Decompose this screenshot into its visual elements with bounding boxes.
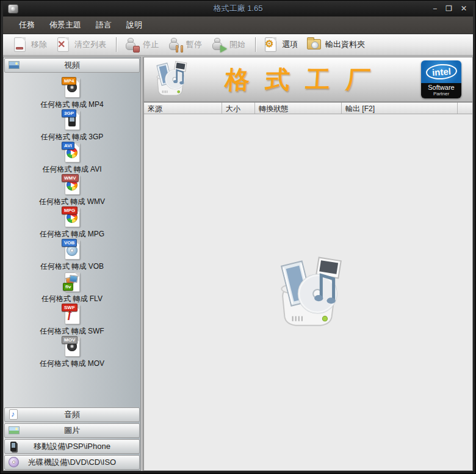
stop-icon [124, 37, 140, 53]
3gp-file-icon: 3GP [62, 109, 82, 131]
menu-help[interactable]: 說明 [120, 17, 148, 33]
task-list-area[interactable] [144, 114, 472, 470]
category-audio[interactable]: 音頻 [4, 407, 140, 422]
content-area: 視頻 MP4 任何格式 轉成 MP4 3GP 任何格式 轉成 3GP [3, 56, 473, 471]
flv-file-icon: flv [62, 271, 82, 293]
menu-language[interactable]: 語言 [90, 17, 118, 33]
format-item-3gp[interactable]: 3GP 任何格式 轉成 3GP [4, 109, 140, 142]
output-folder-icon [306, 37, 322, 53]
menu-bar: 任務 佈景主題 語言 說明 [3, 16, 473, 34]
toolbar-separator [255, 37, 256, 52]
clear-list-icon: ✕ [56, 37, 71, 53]
options-icon: ⚙ [263, 37, 279, 53]
window-title: 格式工廠 1.65 [3, 3, 473, 14]
category-optical-disc[interactable]: 光碟機設備\DVD\CD\ISO [4, 455, 140, 470]
format-item-mp4[interactable]: MP4 任何格式 轉成 MP4 [4, 77, 140, 109]
swf-file-icon: f SWF [62, 304, 82, 326]
task-table-header: 來源 大小 轉換狀態 輸出 [F2] [144, 103, 472, 114]
format-factory-logo [150, 59, 190, 100]
format-item-swf[interactable]: f SWF 任何格式 轉成 SWF [4, 304, 140, 336]
pause-icon [167, 37, 183, 53]
banner-title: 格式工厂 [189, 63, 422, 97]
mp4-file-icon: MP4 [62, 77, 82, 99]
column-convert-state[interactable]: 轉換狀態 [255, 103, 342, 114]
start-icon [211, 37, 226, 53]
category-mobile-device[interactable]: 移動設備\PSP\iPhone [4, 439, 140, 454]
format-item-flv[interactable]: flv 任何格式 轉成 FLV [4, 271, 140, 304]
toolbar-separator [116, 37, 117, 52]
main-panel: 格式工厂 intel Software Partner 來源 大小 轉換狀態 輸… [143, 57, 473, 471]
stop-button[interactable]: 停止 [121, 35, 164, 54]
remove-button[interactable]: 移除 [9, 35, 52, 54]
title-bar: 格式工廠 1.65 – ❒ ✕ [3, 1, 473, 16]
mov-file-icon: MOV [62, 336, 82, 358]
maximize-button[interactable]: ❒ [445, 4, 452, 13]
toolbar: 移除 ✕ 清空列表 停止 暫停 開始 ⚙ 選項 [3, 34, 473, 56]
format-item-avi[interactable]: AVI 任何格式 轉成 AVI [4, 142, 140, 174]
options-button[interactable]: ⚙ 選項 [260, 35, 303, 54]
mpg-file-icon: MPG [62, 206, 82, 228]
menu-skins[interactable]: 佈景主題 [43, 17, 87, 33]
clear-list-button[interactable]: ✕ 清空列表 [52, 35, 112, 54]
intel-software-partner-badge: intel Software Partner [421, 60, 461, 98]
sidebar: 視頻 MP4 任何格式 轉成 MP4 3GP 任何格式 轉成 3GP [3, 57, 141, 471]
menu-tasks[interactable]: 任務 [13, 17, 41, 33]
format-item-mpg[interactable]: MPG 任何格式 轉成 MPG [4, 206, 140, 239]
wmv-file-icon: WMV [62, 174, 82, 196]
avi-file-icon: AVI [62, 142, 82, 164]
category-picture[interactable]: 圖片 [4, 423, 140, 438]
remove-icon [12, 37, 28, 53]
column-output[interactable]: 輸出 [F2] [342, 103, 458, 114]
banner: 格式工厂 intel Software Partner [144, 57, 472, 103]
watermark-logo [268, 254, 348, 331]
format-item-mov[interactable]: MOV 任何格式 轉成 MOV [4, 336, 140, 368]
category-video[interactable]: 視頻 [4, 58, 140, 73]
format-item-wmv[interactable]: WMV 任何格式 轉成 WMV [4, 174, 140, 206]
vob-file-icon: VOB [62, 239, 82, 261]
video-format-list: MP4 任何格式 轉成 MP4 3GP 任何格式 轉成 3GP AVI 任何格式… [4, 73, 140, 407]
column-size[interactable]: 大小 [222, 103, 255, 114]
minimize-button[interactable]: – [433, 4, 437, 13]
output-folder-button[interactable]: 輸出資料夾 [303, 35, 370, 54]
app-window: 格式工廠 1.65 – ❒ ✕ 任務 佈景主題 語言 說明 移除 ✕ 清空列表 … [0, 0, 476, 474]
start-button[interactable]: 開始 [207, 35, 251, 54]
close-button[interactable]: ✕ [461, 4, 467, 13]
format-item-vob[interactable]: VOB 任何格式 轉成 VOB [4, 239, 140, 271]
column-source[interactable]: 來源 [144, 103, 222, 114]
pause-button[interactable]: 暫停 [164, 35, 207, 54]
column-filler [458, 103, 472, 114]
